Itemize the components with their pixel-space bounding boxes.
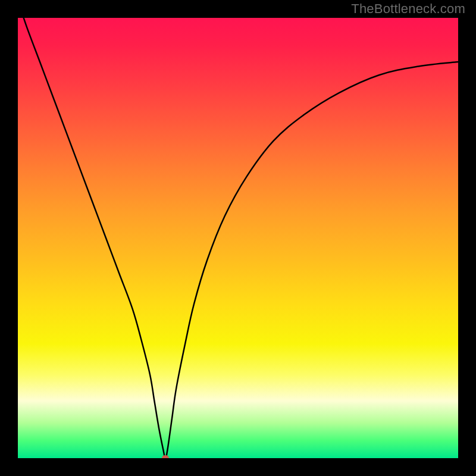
bottleneck-curve-path [18,18,458,458]
chart-frame: TheBottleneck.com [0,0,476,476]
plot-area [18,18,458,458]
curve-svg [18,18,458,458]
min-marker [162,455,169,458]
watermark-text: TheBottleneck.com [351,1,465,17]
